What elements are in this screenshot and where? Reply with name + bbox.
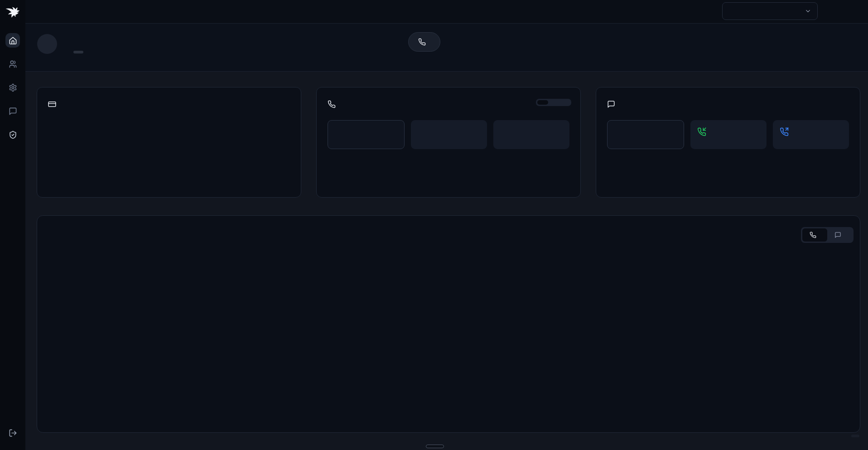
stat-outbound [773, 120, 849, 149]
user-header [25, 24, 868, 72]
stat-successful [411, 120, 487, 149]
horizontal-scrollbar-handle[interactable] [426, 445, 444, 448]
settings-icon [9, 83, 17, 92]
phone-icon [418, 38, 426, 46]
tab-credits[interactable] [559, 100, 570, 105]
activity-chart[interactable] [58, 259, 846, 426]
logout-button[interactable] [5, 426, 20, 440]
sidebar-item-users[interactable] [5, 57, 20, 71]
analytics-overview-card [37, 215, 860, 433]
phone-icon [810, 232, 816, 238]
topbar [25, 0, 868, 24]
tab-analytics-calls[interactable] [802, 228, 827, 242]
stat-total-messages [607, 120, 684, 149]
sidebar-item-settings[interactable] [5, 80, 20, 95]
tab-analytics-messages[interactable] [827, 228, 852, 242]
stat-success-rate [493, 120, 569, 149]
phone-incoming-icon [697, 127, 706, 138]
tab-calls[interactable] [537, 100, 548, 105]
credit-card-icon [48, 100, 56, 108]
phone-icon [328, 100, 336, 108]
stat-total-calls [328, 120, 405, 149]
user-meta [65, 51, 83, 53]
call-analytics-card [316, 87, 581, 198]
message-analytics-card [596, 87, 860, 198]
call-analytics-tab-group [536, 99, 571, 106]
version-badge [851, 435, 859, 437]
stats-cards-row [25, 87, 868, 198]
logout-icon [9, 429, 17, 437]
agent-selector-dropdown[interactable] [722, 2, 818, 20]
hummingbird-logo [4, 4, 21, 22]
analytics-tab-group [801, 227, 854, 243]
avatar[interactable] [37, 34, 57, 54]
users-icon [9, 60, 17, 68]
sidebar-item-home[interactable] [5, 33, 20, 48]
phone-outgoing-icon [780, 127, 789, 138]
sidebar-nav [5, 33, 20, 142]
credits-overview-card [37, 87, 301, 198]
role-badge [73, 51, 83, 53]
sidebar-item-security[interactable] [5, 127, 20, 142]
agent-button[interactable] [408, 32, 440, 52]
message-square-icon [607, 100, 615, 108]
chevron-down-icon [805, 8, 811, 15]
messages-icon [9, 107, 17, 116]
home-icon [9, 36, 17, 45]
shield-check-icon [9, 131, 17, 139]
message-square-icon [834, 232, 841, 238]
tab-duration[interactable] [548, 100, 559, 105]
stat-inbound [690, 120, 767, 149]
chart-canvas[interactable] [58, 259, 846, 426]
sidebar [0, 0, 25, 450]
sidebar-item-messages[interactable] [5, 104, 20, 118]
